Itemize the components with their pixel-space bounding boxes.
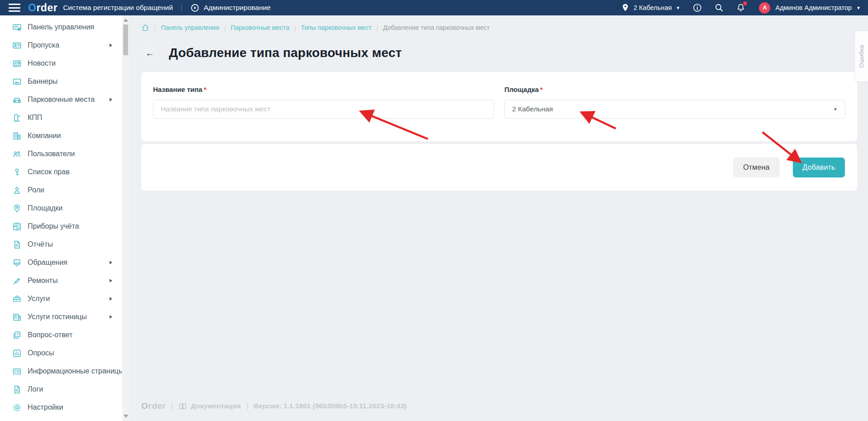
sidebar-item-label: Парковочные места (28, 96, 95, 104)
sidebar-item-label: Компании (28, 132, 61, 140)
expand-caret-icon (110, 43, 112, 47)
sidebar-item[interactable]: Приборы учёта (0, 217, 122, 235)
app-root: Order Система регистрации обращений | Ад… (0, 0, 868, 421)
breadcrumb-link[interactable]: Панель управления (161, 24, 219, 31)
sidebar-item-label: Обращения (28, 258, 67, 267)
notifications-button[interactable] (736, 3, 745, 12)
sidebar-item-label: Логи (28, 385, 43, 393)
book-icon (178, 402, 187, 411)
sidebar-scrollbar[interactable] (122, 15, 129, 421)
sidebar-item[interactable]: КПП (0, 109, 122, 127)
sidebar-item-label: Пропуска (28, 41, 59, 49)
sidebar-item-label: Роли (28, 186, 44, 194)
sidebar-item[interactable]: Услуги (0, 290, 122, 308)
news-icon (12, 59, 22, 68)
sidebar-item-label: Панель управления (28, 23, 94, 31)
meter-icon (12, 222, 22, 231)
search-button[interactable] (715, 3, 724, 12)
site-selector[interactable]: 2 Кабельная ▼ (621, 3, 680, 12)
breadcrumb: |Панель управления|Парковочные места|Тип… (141, 24, 489, 32)
info-button[interactable] (693, 3, 702, 12)
sidebar-item[interactable]: Ремонты (0, 272, 122, 290)
sidebar-item-label: Услуги гостиницы (28, 313, 87, 321)
cancel-button[interactable]: Отмена (733, 158, 780, 177)
actions-card: Отмена Добавить (141, 144, 857, 191)
breadcrumb-current: Добавление типа парковочных мест (383, 24, 489, 31)
pass-card-icon (12, 41, 22, 50)
breadcrumb-link[interactable]: Парковочные места (230, 24, 289, 31)
appeal-icon (12, 258, 22, 268)
sidebar-item[interactable]: Услуги гостиницы (0, 308, 122, 326)
section-label: Администрирование (204, 4, 271, 12)
sidebar-item[interactable]: Список прав (0, 163, 122, 181)
sidebar-item[interactable]: Пропуска (0, 36, 122, 54)
site-label: 2 Кабельная (633, 4, 671, 11)
site-select[interactable]: 2 Кабельная ▼ (504, 100, 845, 119)
breadcrumb-separator: | (294, 24, 296, 31)
error-tab-label: Ошибка (858, 45, 865, 67)
sidebar-item[interactable]: Компании (0, 127, 122, 145)
report-icon (12, 240, 22, 249)
expand-caret-icon (110, 297, 112, 301)
user-name[interactable]: Админов Администратор (775, 4, 852, 11)
sidebar-item[interactable]: Пользователи (0, 145, 122, 163)
breadcrumb-link[interactable]: Типы парковочных мест (301, 24, 371, 31)
sidebar-item-label: Пользователи (28, 150, 75, 158)
sidebar-item-label: Опросы (28, 349, 54, 357)
sidebar-item[interactable]: Роли (0, 181, 122, 199)
submit-button[interactable]: Добавить (793, 158, 845, 177)
sidebar-item-label: Список прав (28, 168, 70, 176)
services-icon (12, 294, 22, 304)
sidebar-item[interactable]: Логи (0, 380, 122, 398)
users-icon (12, 149, 22, 159)
location-pin-icon (12, 204, 22, 213)
menu-icon[interactable] (9, 4, 20, 12)
expand-caret-icon (110, 315, 112, 319)
sidebar-item-label: Баннеры (28, 77, 58, 86)
sidebar-item[interactable]: Информационные страницы (0, 362, 122, 380)
sidebar-item[interactable]: Новости (0, 54, 122, 72)
documentation-link[interactable]: Документация (191, 402, 241, 410)
sidebar-item[interactable]: Настройки (0, 398, 122, 416)
header-divider: | (181, 4, 182, 12)
sidebar-item-label: Настройки (28, 403, 63, 411)
sidebar-item[interactable]: Парковочные места (0, 91, 122, 109)
main-content: |Панель управления|Парковочные места|Тип… (129, 15, 868, 421)
back-button[interactable]: ← (141, 44, 158, 62)
sidebar: Панель управленияПропускаНовостиБаннерыП… (0, 15, 122, 421)
scrollbar-down-icon[interactable] (124, 415, 128, 418)
breadcrumb-separator: | (377, 24, 378, 31)
sidebar-item[interactable]: Опросы (0, 344, 122, 362)
sidebar-item[interactable]: Площадки (0, 199, 122, 217)
scrollbar-thumb[interactable] (123, 24, 128, 55)
error-tab[interactable]: Ошибка (854, 31, 868, 82)
administration-icon (190, 3, 200, 13)
sidebar-item[interactable]: Обращения (0, 254, 122, 272)
app-logo[interactable]: Order (28, 3, 58, 13)
sidebar-item[interactable]: Баннеры (0, 72, 122, 91)
type-name-input[interactable] (153, 100, 494, 119)
faq-icon: ? (12, 330, 22, 340)
chevron-down-icon: ▼ (676, 5, 681, 10)
home-icon[interactable] (141, 24, 149, 32)
sidebar-item[interactable]: Отчёты (0, 235, 122, 254)
info-icon (693, 3, 702, 12)
top-bar: Order Система регистрации обращений | Ад… (0, 0, 868, 15)
sidebar-item-label: Отчёты (28, 240, 53, 249)
required-mark: * (540, 86, 543, 93)
type-name-field-group: Название типа* (153, 86, 494, 141)
footer: Order | Документация | Версия: 1.1.1801 … (141, 401, 407, 411)
sidebar-item[interactable]: Панель управления (0, 18, 122, 36)
sidebar-item-label: Новости (28, 59, 56, 67)
user-chevron-down-icon[interactable]: ▼ (856, 5, 861, 10)
breadcrumb-links: |Панель управления|Парковочные места|Тип… (149, 24, 489, 31)
car-icon (12, 95, 22, 105)
avatar[interactable]: А (759, 2, 770, 14)
sidebar-item[interactable]: ?Вопрос-ответ (0, 326, 122, 344)
scrollbar-up-icon[interactable] (124, 19, 128, 22)
site-field-group: Площадка* 2 Кабельная ▼ (504, 86, 845, 141)
person-icon (12, 186, 22, 195)
sidebar-item-label: Площадки (28, 204, 62, 212)
survey-icon (12, 349, 22, 358)
expand-caret-icon (110, 279, 112, 282)
